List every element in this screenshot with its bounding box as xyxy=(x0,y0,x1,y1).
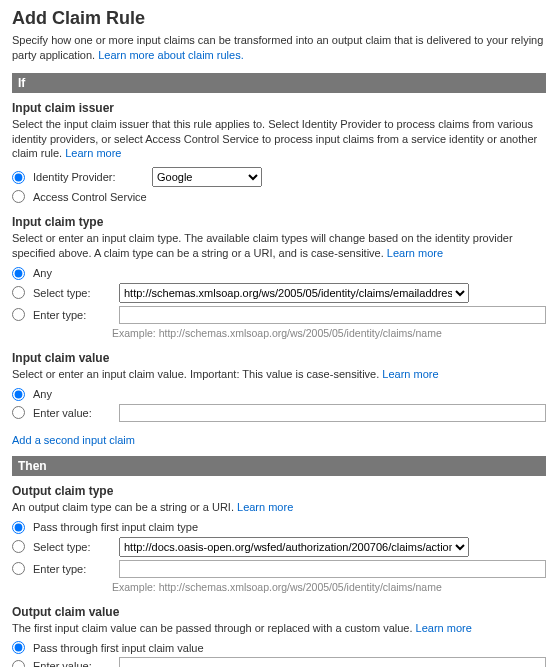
input-value-desc: Select or enter an input claim value. Im… xyxy=(12,367,546,382)
output-claim-type-block: Output claim type An output claim type c… xyxy=(12,484,546,593)
output-type-pass-row: Pass through first input claim type xyxy=(12,521,546,534)
output-type-select[interactable]: http://docs.oasis-open.org/wsfed/authori… xyxy=(119,537,469,557)
issuer-acs-radio[interactable] xyxy=(12,190,25,203)
input-issuer-title: Input claim issuer xyxy=(12,101,546,115)
output-type-learn-more-link[interactable]: Learn more xyxy=(237,501,293,513)
input-value-enter-field[interactable] xyxy=(119,404,546,422)
input-value-enter-label: Enter value: xyxy=(33,407,115,419)
output-value-pass-radio[interactable] xyxy=(12,641,25,654)
input-issuer-learn-more-link[interactable]: Learn more xyxy=(65,147,121,159)
input-value-any-row: Any xyxy=(12,388,546,401)
input-type-select-row: Select type: http://schemas.xmlsoap.org/… xyxy=(12,283,546,303)
output-type-select-radio[interactable] xyxy=(12,540,25,553)
input-type-any-label: Any xyxy=(33,267,115,279)
output-type-example: Example: http://schemas.xmlsoap.org/ws/2… xyxy=(112,581,546,593)
output-type-desc-text: An output claim type can be a string or … xyxy=(12,501,237,513)
output-type-enter-label: Enter type: xyxy=(33,563,115,575)
intro-text: Specify how one or more input claims can… xyxy=(12,34,543,61)
output-type-select-row: Select type: http://docs.oasis-open.org/… xyxy=(12,537,546,557)
input-claim-type-block: Input claim type Select or enter an inpu… xyxy=(12,215,546,339)
intro-learn-more-link[interactable]: Learn more about claim rules. xyxy=(98,49,244,61)
input-type-enter-row: Enter type: xyxy=(12,306,546,324)
output-value-enter-label: Enter value: xyxy=(33,660,115,667)
input-claim-value-block: Input claim value Select or enter an inp… xyxy=(12,351,546,422)
input-type-enter-radio[interactable] xyxy=(12,308,25,321)
input-type-learn-more-link[interactable]: Learn more xyxy=(387,247,443,259)
input-type-select[interactable]: http://schemas.xmlsoap.org/ws/2005/05/id… xyxy=(119,283,469,303)
input-value-enter-row: Enter value: xyxy=(12,404,546,422)
output-value-enter-radio[interactable] xyxy=(12,660,25,667)
issuer-idp-row: Identity Provider: Google xyxy=(12,167,546,187)
output-type-title: Output claim type xyxy=(12,484,546,498)
output-value-desc-text: The first input claim value can be passe… xyxy=(12,622,416,634)
output-type-enter-field[interactable] xyxy=(119,560,546,578)
section-if-header: If xyxy=(12,73,546,93)
output-value-desc: The first input claim value can be passe… xyxy=(12,621,546,636)
output-type-select-label: Select type: xyxy=(33,541,115,553)
input-type-title: Input claim type xyxy=(12,215,546,229)
issuer-idp-radio[interactable] xyxy=(12,171,25,184)
input-claim-issuer-block: Input claim issuer Select the input clai… xyxy=(12,101,546,204)
output-type-desc: An output claim type can be a string or … xyxy=(12,500,546,515)
page-intro: Specify how one or more input claims can… xyxy=(12,33,546,63)
output-value-pass-label: Pass through first input claim value xyxy=(33,642,204,654)
add-second-claim-link[interactable]: Add a second input claim xyxy=(12,434,135,446)
input-type-enter-field[interactable] xyxy=(119,306,546,324)
input-value-any-label: Any xyxy=(33,388,115,400)
output-value-learn-more-link[interactable]: Learn more xyxy=(416,622,472,634)
issuer-idp-select[interactable]: Google xyxy=(152,167,262,187)
issuer-acs-row: Access Control Service xyxy=(12,190,546,203)
add-second-claim-row: Add a second input claim xyxy=(12,434,546,446)
output-type-pass-radio[interactable] xyxy=(12,521,25,534)
input-type-any-row: Any xyxy=(12,267,546,280)
input-value-learn-more-link[interactable]: Learn more xyxy=(382,368,438,380)
input-value-any-radio[interactable] xyxy=(12,388,25,401)
output-value-title: Output claim value xyxy=(12,605,546,619)
output-value-enter-field[interactable] xyxy=(119,657,546,667)
output-type-enter-row: Enter type: xyxy=(12,560,546,578)
page-title: Add Claim Rule xyxy=(12,8,546,29)
input-type-any-radio[interactable] xyxy=(12,267,25,280)
output-value-enter-row: Enter value: xyxy=(12,657,546,667)
issuer-acs-label: Access Control Service xyxy=(33,191,148,203)
issuer-idp-label: Identity Provider: xyxy=(33,171,148,183)
input-value-enter-radio[interactable] xyxy=(12,406,25,419)
input-value-title: Input claim value xyxy=(12,351,546,365)
section-then-header: Then xyxy=(12,456,546,476)
output-claim-value-block: Output claim value The first input claim… xyxy=(12,605,546,667)
input-type-enter-label: Enter type: xyxy=(33,309,115,321)
input-issuer-desc: Select the input claim issuer that this … xyxy=(12,117,546,162)
output-value-pass-row: Pass through first input claim value xyxy=(12,641,546,654)
output-type-pass-label: Pass through first input claim type xyxy=(33,521,198,533)
input-type-desc: Select or enter an input claim type. The… xyxy=(12,231,546,261)
input-value-desc-text: Select or enter an input claim value. Im… xyxy=(12,368,382,380)
output-type-enter-radio[interactable] xyxy=(12,562,25,575)
input-type-example: Example: http://schemas.xmlsoap.org/ws/2… xyxy=(112,327,546,339)
input-type-select-radio[interactable] xyxy=(12,286,25,299)
input-type-select-label: Select type: xyxy=(33,287,115,299)
